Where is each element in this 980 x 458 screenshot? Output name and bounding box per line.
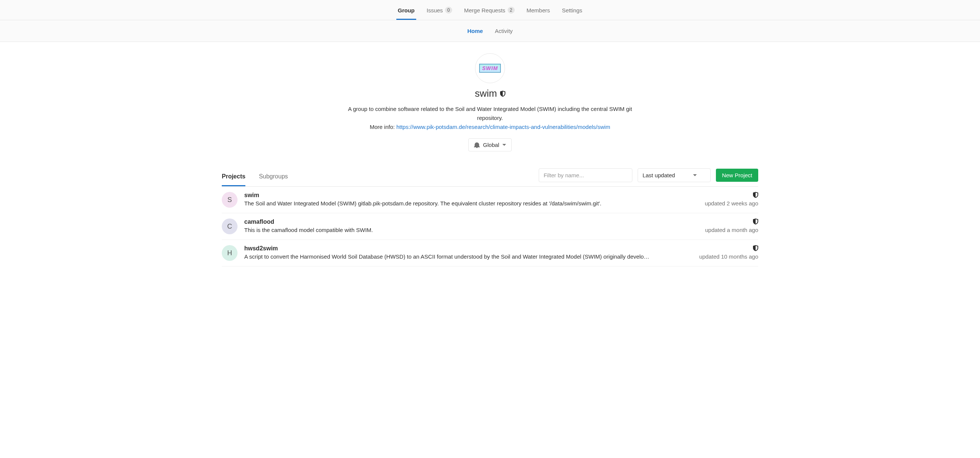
project-body: swim The Soil and Water Integrated Model… bbox=[244, 192, 698, 206]
listtab-projects[interactable]: Projects bbox=[222, 168, 245, 186]
primary-nav: Group Issues 0 Merge Requests 2 Members … bbox=[0, 0, 980, 20]
project-avatar: S bbox=[222, 192, 237, 207]
list-controls: Last updated New Project bbox=[539, 168, 758, 186]
subtab-home[interactable]: Home bbox=[466, 20, 484, 41]
group-avatar-text: SWIM bbox=[479, 64, 501, 73]
project-name[interactable]: camaflood bbox=[244, 219, 698, 225]
group-desc-line1: A group to combine software related to t… bbox=[348, 106, 632, 121]
project-list: S swim The Soil and Water Integrated Mod… bbox=[222, 187, 758, 267]
tab-issues[interactable]: Issues 0 bbox=[425, 0, 453, 20]
group-info-link[interactable]: https://www.pik-potsdam.de/research/clim… bbox=[396, 124, 610, 130]
project-meta: updated 10 months ago bbox=[699, 245, 758, 260]
project-row[interactable]: S swim The Soil and Water Integrated Mod… bbox=[222, 187, 758, 213]
project-meta: updated 2 weeks ago bbox=[705, 192, 758, 206]
project-updated: updated a month ago bbox=[705, 227, 758, 233]
secondary-nav: Home Activity bbox=[0, 20, 980, 42]
project-description: The Soil and Water Integrated Model (SWI… bbox=[244, 200, 698, 206]
tab-members[interactable]: Members bbox=[525, 0, 552, 20]
project-meta: updated a month ago bbox=[705, 219, 758, 233]
sort-dropdown[interactable]: Last updated bbox=[638, 168, 711, 182]
caret-down-icon bbox=[502, 144, 506, 146]
project-row[interactable]: H hwsd2swim A script to convert the Harm… bbox=[222, 240, 758, 267]
group-title: swim bbox=[475, 88, 505, 99]
project-row[interactable]: C camaflood This is the camaflood model … bbox=[222, 213, 758, 240]
subtab-activity[interactable]: Activity bbox=[493, 20, 514, 41]
group-description: A group to combine software related to t… bbox=[334, 105, 646, 132]
projects-section: Projects Subgroups Last updated New Proj… bbox=[209, 168, 771, 267]
caret-down-icon bbox=[693, 174, 697, 176]
project-name[interactable]: swim bbox=[244, 192, 698, 199]
project-updated: updated 10 months ago bbox=[699, 253, 758, 260]
sort-label: Last updated bbox=[643, 172, 675, 179]
notification-label: Global bbox=[483, 142, 499, 148]
project-description: A script to convert the Harmonised World… bbox=[244, 253, 692, 260]
filter-input[interactable] bbox=[539, 168, 632, 182]
project-body: camaflood This is the camaflood model co… bbox=[244, 219, 698, 233]
notification-dropdown[interactable]: Global bbox=[468, 138, 511, 152]
tab-mr-label: Merge Requests bbox=[464, 7, 505, 13]
shield-icon bbox=[500, 91, 505, 97]
project-body: hwsd2swim A script to convert the Harmon… bbox=[244, 245, 692, 260]
bell-icon bbox=[474, 142, 480, 148]
group-header: SWIM swim A group to combine software re… bbox=[0, 42, 980, 159]
project-avatar: C bbox=[222, 219, 237, 234]
list-header: Projects Subgroups Last updated New Proj… bbox=[222, 168, 758, 187]
project-name[interactable]: hwsd2swim bbox=[244, 245, 692, 252]
tab-group[interactable]: Group bbox=[396, 0, 416, 20]
tab-issues-label: Issues bbox=[427, 7, 443, 13]
issues-count-badge: 0 bbox=[445, 7, 452, 13]
group-desc-prefix: More info: bbox=[370, 124, 396, 130]
group-name: swim bbox=[475, 88, 497, 99]
shield-icon bbox=[753, 219, 758, 225]
listtab-subgroups[interactable]: Subgroups bbox=[259, 168, 288, 186]
group-avatar: SWIM bbox=[475, 53, 505, 83]
project-updated: updated 2 weeks ago bbox=[705, 200, 758, 206]
new-project-button[interactable]: New Project bbox=[716, 169, 758, 182]
project-description: This is the camaflood model compatible w… bbox=[244, 227, 698, 233]
tab-merge-requests[interactable]: Merge Requests 2 bbox=[463, 0, 516, 20]
list-tabs: Projects Subgroups bbox=[222, 168, 288, 186]
tab-settings[interactable]: Settings bbox=[560, 0, 584, 20]
shield-icon bbox=[753, 192, 758, 198]
mr-count-badge: 2 bbox=[508, 7, 515, 13]
shield-icon bbox=[753, 245, 758, 251]
project-avatar: H bbox=[222, 245, 237, 261]
